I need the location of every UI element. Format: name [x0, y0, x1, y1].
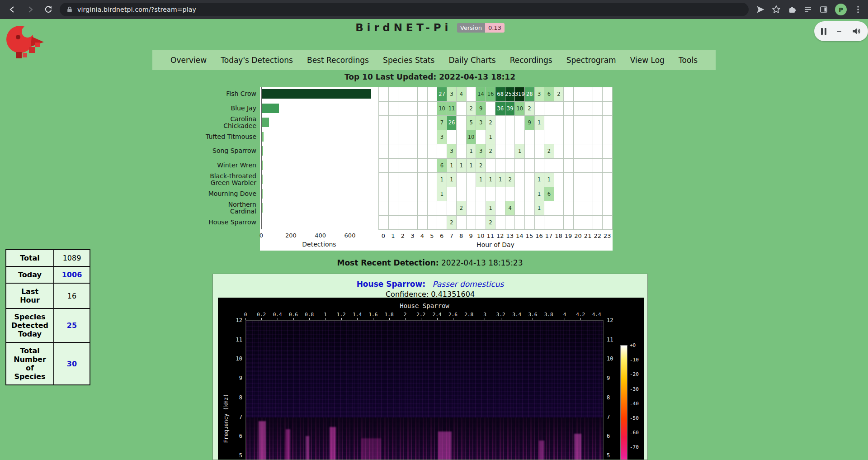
- bar-row: [260, 201, 378, 215]
- heatmap-cell: [554, 159, 564, 173]
- top10-heading: Top 10 Last Updated: 2022-04-13 18:12: [0, 72, 860, 81]
- heatmap-cell: 1: [467, 144, 476, 159]
- heatmap-cell: 6: [437, 159, 447, 173]
- spectrogram-y-tick-right: 5: [607, 452, 610, 459]
- heatmap-cell: [603, 144, 613, 159]
- heatmap-cell: 9: [525, 116, 535, 130]
- reading-list-icon[interactable]: [803, 5, 812, 14]
- nav-item-spectrogram[interactable]: Spectrogram: [566, 56, 616, 65]
- heatmap-cell: 1: [467, 159, 476, 173]
- stats-value[interactable]: 25: [54, 308, 90, 342]
- heatmap-cell: [428, 173, 438, 187]
- heatmap-cell: 7: [437, 116, 447, 130]
- heatmap-row: 11111211: [379, 173, 613, 187]
- kebab-menu-icon[interactable]: [854, 5, 863, 14]
- species-labels-column: Fish CrowBlue JayCarolinaChickadeeTufted…: [197, 87, 260, 251]
- heatmap-cell: [389, 159, 399, 173]
- send-icon[interactable]: [756, 5, 765, 14]
- bars-plot-area: [260, 87, 378, 229]
- heatmap-cell: [583, 159, 593, 173]
- heatmap-cell: [379, 173, 389, 187]
- nav-item-daily-charts[interactable]: Daily Charts: [449, 56, 496, 65]
- stats-value[interactable]: 30: [54, 342, 90, 385]
- pause-button[interactable]: [821, 28, 826, 35]
- bookmark-star-icon[interactable]: [772, 5, 781, 14]
- heatmap-cell: [457, 173, 467, 187]
- forward-button[interactable]: [24, 4, 36, 15]
- heatmap-cell: 1: [535, 201, 545, 216]
- heatmap-axis-tick: 2: [401, 232, 405, 239]
- heatmap-cell: [525, 173, 535, 187]
- colorbar-tick: -70: [630, 444, 639, 450]
- scientific-name-link[interactable]: Passer domesticus: [432, 280, 504, 289]
- spectrogram-y-tick-right: 10: [607, 356, 613, 362]
- heatmap-axis-tick: 16: [535, 232, 543, 239]
- heatmap-axis-tick: 19: [565, 232, 572, 239]
- audio-player[interactable]: [814, 21, 868, 41]
- species-link[interactable]: House Sparrow:: [357, 280, 425, 289]
- heatmap-cell: [495, 216, 505, 230]
- heatmap-cell: [398, 144, 408, 159]
- heatmap-cell: 5: [467, 116, 476, 130]
- heatmap-cell: [428, 87, 438, 102]
- address-bar[interactable]: virginia.birdnetpi.com/?stream=play: [60, 3, 749, 16]
- lock-icon: [66, 6, 73, 13]
- nav-item-today-s-detections[interactable]: Today's Detections: [221, 56, 293, 65]
- nav-item-species-stats[interactable]: Species Stats: [383, 56, 434, 65]
- heatmap-cell: [428, 102, 438, 116]
- side-panel-icon[interactable]: [819, 5, 828, 14]
- heatmap-cell: [495, 116, 505, 130]
- heatmap-cell: [515, 159, 525, 173]
- bar-row: [260, 172, 378, 187]
- heatmap-cell: [583, 173, 593, 187]
- heatmap-cell: [428, 130, 438, 145]
- heatmap-cell: [379, 87, 389, 102]
- reload-button[interactable]: [42, 4, 54, 15]
- nav-item-tools[interactable]: Tools: [679, 56, 698, 65]
- nav-item-recordings[interactable]: Recordings: [510, 56, 552, 65]
- heatmap-cell: [437, 201, 447, 216]
- heatmap-cell: [398, 201, 408, 216]
- heatmap-cell: [428, 159, 438, 173]
- nav-item-overview[interactable]: Overview: [170, 56, 207, 65]
- volume-icon[interactable]: [851, 26, 861, 36]
- spectrogram-x-tick: 1.4: [353, 312, 362, 318]
- heatmap-cell: [603, 87, 613, 102]
- heatmap-row: 22: [379, 216, 613, 230]
- spectrogram-x-tick: 3: [483, 312, 486, 318]
- heatmap-cell: [389, 173, 399, 187]
- bar-row: [260, 115, 378, 130]
- extensions-icon[interactable]: [788, 5, 797, 14]
- species-label: Mourning Dove: [197, 187, 260, 201]
- heatmap-axis-tick: 20: [574, 232, 582, 239]
- heatmap-axis-tick: 15: [526, 232, 533, 239]
- heatmap-cell: [564, 159, 574, 173]
- heatmap-cell: [418, 187, 428, 202]
- heatmap-cell: [603, 173, 613, 187]
- heatmap-cell: 2: [486, 116, 496, 130]
- heatmap-axis-tick: 1: [391, 232, 395, 239]
- stats-value[interactable]: 1006: [54, 266, 90, 283]
- species-label: House Sparrow: [197, 215, 260, 230]
- heatmap-cell: [505, 116, 515, 130]
- heatmap-cell: [418, 201, 428, 216]
- heatmap-cell: [525, 187, 535, 202]
- heatmap-cell: [583, 102, 593, 116]
- heatmap-cell: [544, 116, 554, 130]
- heatmap-cell: [515, 116, 525, 130]
- nav-item-view-log[interactable]: View Log: [630, 56, 665, 65]
- bar-row: [260, 87, 378, 101]
- back-button[interactable]: [6, 4, 18, 15]
- heatmap-cell: [408, 201, 418, 216]
- heatmap-cell: 2: [486, 216, 496, 230]
- heatmap-cell: [583, 144, 593, 159]
- heatmap-cell: 68: [495, 87, 505, 102]
- species-label: Winter Wren: [197, 158, 260, 173]
- spectrogram-title: House Sparrow: [245, 302, 604, 309]
- profile-avatar[interactable]: P: [835, 4, 847, 15]
- version-badge-value: 0.13: [485, 23, 505, 33]
- nav-item-best-recordings[interactable]: Best Recordings: [307, 56, 369, 65]
- heatmap-cell: [389, 144, 399, 159]
- heatmap-cell: [564, 201, 574, 216]
- heatmap-axis-tick: 14: [516, 232, 524, 239]
